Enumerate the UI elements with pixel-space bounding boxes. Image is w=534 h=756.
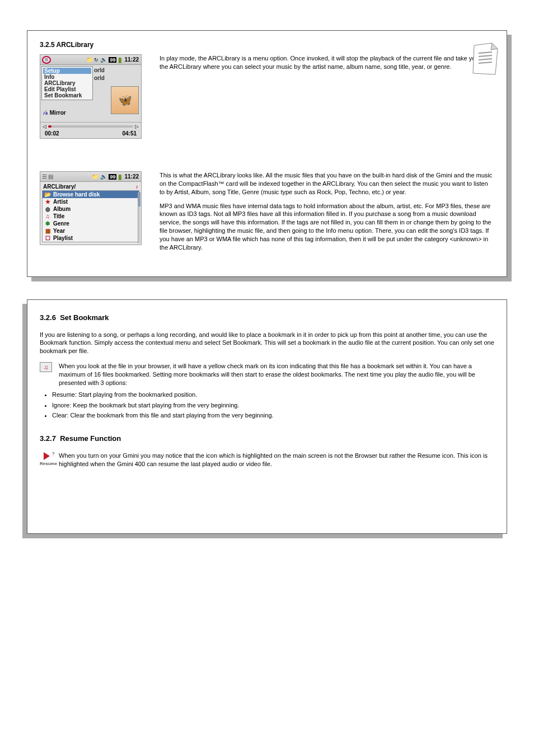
device-arclibrary-screenshot: ☰ ▤ 📁 🔈 99 ▮ 11:22 ARCLibrary/ ♪ 📂Bro: [40, 171, 142, 245]
list-icon: ☰: [42, 173, 47, 180]
speaker-icon: 🔈: [100, 57, 107, 63]
battery-icon: ▮: [118, 56, 123, 64]
row-player-options: 📁 ↻ 🔈 99 ▮ 11:22 Setup Info ARCLibrary E…: [40, 54, 494, 139]
bookmark-options-list: Resume: Start playing from the bookmarke…: [52, 391, 494, 420]
section-heading-arclibrary: 3.2.5 ARCLibrary: [40, 41, 494, 49]
album-art-thumb: [111, 86, 139, 114]
arc-item-playlist: ☐Playlist: [43, 234, 139, 242]
bookmarked-file-icon: ♫: [40, 362, 52, 372]
arc-item-genre: ✽Genre: [43, 220, 139, 227]
disc-icon: ◍: [44, 206, 51, 212]
time-total: 04:51: [122, 130, 137, 137]
bg-track-text-1: orld: [94, 67, 105, 73]
shuffle-icon: ↻: [94, 57, 99, 63]
opt-resume: Resume: Start playing from the bookmarke…: [52, 391, 494, 399]
manual-page-1: 3.2.5 ARCLibrary 📁 ↻ 🔈 99 ▮ 11:22: [27, 30, 507, 277]
device-statusbar-2: ☰ ▤ 📁 🔈 99 ▮ 11:22: [40, 172, 141, 182]
calendar-icon: ▦: [44, 228, 51, 234]
battery-level-badge-2: 99: [109, 174, 116, 180]
clock-time: 11:22: [124, 57, 139, 63]
option-setup: Setup: [43, 68, 91, 74]
track-title: Mirror: [50, 110, 66, 116]
option-info: Info: [43, 74, 91, 80]
arc-item-year: ▦Year: [43, 227, 139, 234]
star-icon: ★: [44, 199, 51, 205]
music-note-icon-2: ♪: [135, 184, 138, 190]
paragraph-arclibrary-look: This is what the ARCLibrary looks like. …: [160, 171, 494, 196]
paragraph-bookmark-1: If you are listening to a song, or perha…: [40, 331, 494, 356]
section-heading-resume: 3.2.7 Resume Function: [40, 434, 494, 443]
folder-icon: 📁: [86, 57, 93, 63]
note-icon: ♫: [44, 213, 51, 219]
scrollbar: [138, 192, 140, 243]
arclibrary-list: 📂Browse hard disk ★Artist ◍Album ♫Title …: [42, 190, 139, 242]
paragraph-arclibrary-playmode: In play mode, the ARCLibrary is a menu o…: [149, 54, 494, 139]
clock-time-2: 11:22: [124, 173, 139, 180]
folder-open-icon: 📂: [44, 191, 51, 198]
battery-level-badge: 99: [109, 57, 116, 63]
next-icon: ▷: [135, 124, 139, 129]
arc-item-artist: ★Artist: [43, 198, 139, 205]
row-arclibrary-browser: ☰ ▤ 📁 🔈 99 ▮ 11:22 ARCLibrary/ ♪ 📂Bro: [40, 171, 494, 252]
now-playing-row: ♪♭ Mirror: [43, 110, 66, 116]
arclibrary-path: ARCLibrary/: [43, 184, 76, 190]
manual-page-2: 3.2.6 Set Bookmark If you are listening …: [27, 299, 507, 534]
opt-ignore: Ignore: Keep the bookmark but start play…: [52, 401, 494, 410]
progress-bar: [48, 125, 133, 128]
arc-item-album: ◍Album: [43, 205, 139, 213]
opt-clear: Clear: Clear the bookmark from this file…: [52, 411, 494, 420]
speaker-icon-2: 🔈: [100, 173, 107, 180]
music-note-icon: ♪♭: [43, 110, 48, 116]
genre-icon: ✽: [44, 220, 51, 227]
battery-icon-2: ▮: [118, 173, 123, 181]
option-arclibrary: ARCLibrary: [43, 80, 91, 86]
device-statusbar: 📁 ↻ 🔈 99 ▮ 11:22: [40, 55, 141, 65]
document-corner-icon: [469, 42, 500, 78]
prev-icon: ◁: [43, 124, 46, 129]
panel-icon: ▤: [48, 173, 53, 180]
progress-row: ◁ ▷: [40, 122, 141, 130]
paragraph-bookmark-2: When you look at the file in your browse…: [59, 362, 494, 387]
option-edit-playlist: Edit Playlist: [43, 86, 91, 92]
arc-item-title: ♫Title: [43, 213, 139, 220]
device-options-menu: Setup Info ARCLibrary Edit Playlist Set …: [41, 66, 93, 100]
resume-row: Resume When you turn on your Gmini you m…: [40, 452, 494, 468]
paragraph-id3-tags: MP3 and WMA music files have internal da…: [160, 202, 494, 252]
arc-item-browse-hd: 📂Browse hard disk: [43, 191, 139, 198]
option-set-bookmark: Set Bookmark: [43, 92, 91, 98]
resume-icon: Resume: [40, 452, 57, 466]
folder-icon-2: 📁: [92, 173, 99, 180]
menu-icon-circled: [42, 56, 51, 64]
device-player-screenshot: 📁 ↻ 🔈 99 ▮ 11:22 Setup Info ARCLibrary E…: [40, 54, 142, 139]
bg-track-text-2: orld: [94, 75, 105, 81]
paragraph-resume: When you turn on your Gmini you may noti…: [59, 452, 494, 468]
svg-marker-1: [491, 43, 498, 50]
time-elapsed: 00:02: [45, 130, 59, 137]
playlist-icon: ☐: [44, 235, 51, 241]
section-heading-set-bookmark: 3.2.6 Set Bookmark: [40, 313, 494, 322]
bookmark-icon-row: ♫ When you look at the file in your brow…: [40, 362, 494, 387]
